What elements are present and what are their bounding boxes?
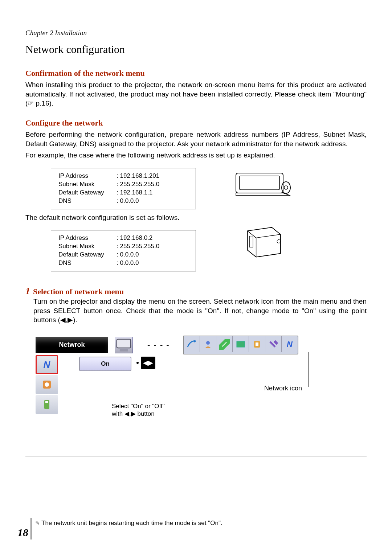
svg-text:N: N xyxy=(44,359,51,370)
callout-text-onoff: Select "On" or "Off" with ◀,▶ button xyxy=(112,403,165,418)
paragraph-confirmation: When installing this product to the proj… xyxy=(25,80,367,108)
projector-illustration xyxy=(225,166,298,202)
ip-value: 192.168.1.201 xyxy=(117,172,159,180)
gw-value: 192.168.1.1 xyxy=(117,189,152,197)
osd-on-value: On xyxy=(79,357,131,371)
gw-label: Default Gateway xyxy=(58,251,117,259)
section-title: Network configuration xyxy=(25,43,367,56)
mask-label: Subnet Mask xyxy=(58,242,117,251)
default-network-box: IP Address192.168.0.2 Subnet Mask255.255… xyxy=(51,230,196,271)
gw-label: Default Gateway xyxy=(58,189,117,197)
mask-value: 255.255.255.0 xyxy=(117,242,159,251)
mask-value: 255.255.255.0 xyxy=(117,180,159,189)
svg-rect-1 xyxy=(240,176,279,190)
network-icon-callout: Network icon xyxy=(264,385,302,392)
dns-label: DNS xyxy=(58,197,117,205)
svg-rect-11 xyxy=(256,342,258,346)
paragraph-configure-1: Before performing the network configurat… xyxy=(25,130,367,148)
callout-line-text-1: Select "On" or "Off" xyxy=(112,403,165,410)
osd-menu-label: Netwrok xyxy=(36,337,108,353)
footnote: ✎The network unit begins restarting each… xyxy=(35,518,222,527)
svg-rect-6 xyxy=(117,339,131,348)
example-network-box: IP Address192.168.1.201 Subnet Mask255.2… xyxy=(51,168,196,209)
osd-icon-strip: N xyxy=(183,336,298,354)
menu-icon-select xyxy=(184,336,200,352)
network-card-illustration xyxy=(225,226,298,260)
menu-icon-network: N xyxy=(282,336,298,352)
footer-divider xyxy=(25,456,367,456)
menu-icon-sound xyxy=(249,336,265,352)
svg-point-15 xyxy=(45,382,49,387)
svg-rect-4 xyxy=(249,236,253,247)
ip-label: IP Address xyxy=(58,234,117,242)
mask-label: Subnet Mask xyxy=(58,180,117,189)
menu-icon-image xyxy=(200,336,216,352)
chapter-header: Chapter 2 Installation xyxy=(25,29,367,38)
footnote-text: The network unit begins restarting each … xyxy=(41,520,222,526)
svg-point-8 xyxy=(206,341,210,345)
callout-line-2 xyxy=(309,352,309,387)
callout-line-1 xyxy=(130,363,130,402)
svg-point-3 xyxy=(284,186,288,189)
menu-icon-adjust xyxy=(216,336,233,352)
side-icon-network: N xyxy=(36,355,58,374)
pencil-icon: ✎ xyxy=(35,520,40,526)
svg-rect-17 xyxy=(45,401,48,403)
left-right-button-icon: ◀▶ xyxy=(141,357,155,369)
menu-icon-setting xyxy=(265,336,282,352)
svg-rect-9 xyxy=(237,341,245,347)
side-icon-card xyxy=(36,395,58,414)
pointer-dot xyxy=(136,362,139,364)
step-number-1: 1 xyxy=(25,286,30,297)
subheading-confirmation: Confirmation of the network menu xyxy=(25,69,367,78)
step-body-1: Turn on the projector and display the me… xyxy=(33,297,367,325)
step-title-1: Selection of network menu xyxy=(33,287,124,296)
gw-value: 0.0.0.0 xyxy=(117,251,139,259)
subheading-configure: Configure the network xyxy=(25,118,367,128)
callout-line-text-2: with ◀,▶ button xyxy=(112,410,165,418)
osd-menu-illustration: Netwrok - - - - N N On ◀▶ xyxy=(36,336,348,354)
svg-text:N: N xyxy=(287,340,293,349)
ip-label: IP Address xyxy=(58,172,117,180)
dns-label: DNS xyxy=(58,259,117,267)
osd-computer-icon xyxy=(115,337,133,353)
page-number: 18 xyxy=(17,518,32,539)
dns-value: 0.0.0.0 xyxy=(117,197,139,205)
paragraph-configure-2: For example, the case where the followin… xyxy=(25,151,367,160)
menu-icon-screen xyxy=(233,336,249,352)
side-icon-settings xyxy=(36,375,58,394)
dns-value: 0.0.0.0 xyxy=(117,259,139,267)
svg-rect-7 xyxy=(120,349,128,351)
paragraph-default: The default network configuration is set… xyxy=(25,213,367,222)
ip-value: 192.168.0.2 xyxy=(117,234,152,242)
svg-point-5 xyxy=(277,240,281,243)
osd-dashes: - - - - xyxy=(147,340,170,350)
